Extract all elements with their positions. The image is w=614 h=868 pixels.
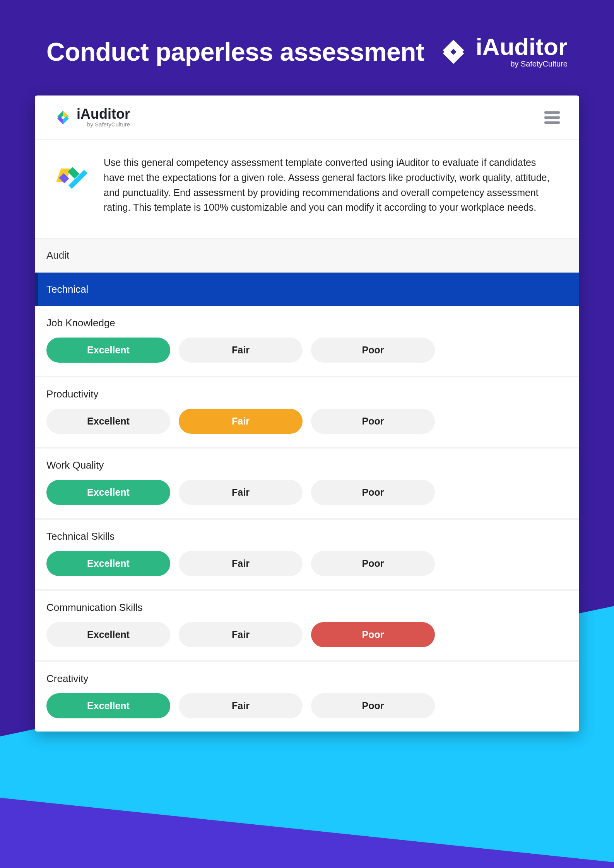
option-fair[interactable]: Fair xyxy=(179,693,303,718)
hero-banner: Conduct paperless assessment iAuditor by… xyxy=(35,35,579,68)
question-row: CreativityExcellentFairPoor xyxy=(35,660,579,732)
question-row: Communication SkillsExcellentFairPoor xyxy=(35,589,579,660)
hero-logo: iAuditor by SafetyCulture xyxy=(438,35,568,68)
question-row: ProductivityExcellentFairPoor xyxy=(35,376,579,447)
question-label: Technical Skills xyxy=(46,530,568,542)
option-fair[interactable]: Fair xyxy=(179,622,303,647)
question-row: Technical SkillsExcellentFairPoor xyxy=(35,518,579,589)
option-fair[interactable]: Fair xyxy=(179,480,303,505)
options-row: ExcellentFairPoor xyxy=(46,480,568,505)
app-logo: iAuditor by SafetyCulture xyxy=(54,107,130,128)
option-poor[interactable]: Poor xyxy=(311,622,435,647)
options-row: ExcellentFairPoor xyxy=(46,409,568,434)
option-fair[interactable]: Fair xyxy=(179,338,303,363)
question-label: Productivity xyxy=(46,388,568,400)
iauditor-logo-icon xyxy=(438,37,469,67)
hamburger-icon xyxy=(544,111,560,114)
section-technical[interactable]: Technical xyxy=(35,273,579,306)
option-poor[interactable]: Poor xyxy=(311,409,435,434)
app-brand-sub: by SafetyCulture xyxy=(77,121,130,128)
option-excellent[interactable]: Excellent xyxy=(46,480,170,505)
template-icon xyxy=(54,159,88,215)
option-fair[interactable]: Fair xyxy=(179,551,303,576)
option-poor[interactable]: Poor xyxy=(311,338,435,363)
hero-title: Conduct paperless assessment xyxy=(46,37,424,67)
hero-brand: iAuditor xyxy=(475,35,568,59)
option-fair[interactable]: Fair xyxy=(179,409,303,434)
question-label: Job Knowledge xyxy=(46,317,568,329)
option-excellent[interactable]: Excellent xyxy=(46,551,170,576)
app-header: iAuditor by SafetyCulture xyxy=(35,95,579,140)
template-description: Use this general competency assessment t… xyxy=(104,155,556,215)
question-label: Creativity xyxy=(46,673,568,685)
option-excellent[interactable]: Excellent xyxy=(46,622,170,647)
question-row: Work QualityExcellentFairPoor xyxy=(35,447,579,518)
options-row: ExcellentFairPoor xyxy=(46,551,568,576)
option-poor[interactable]: Poor xyxy=(311,480,435,505)
app-window: iAuditor by SafetyCulture Use this gener xyxy=(35,95,579,732)
option-excellent[interactable]: Excellent xyxy=(46,409,170,434)
options-row: ExcellentFairPoor xyxy=(46,338,568,363)
section-audit[interactable]: Audit xyxy=(35,239,579,273)
app-brand: iAuditor xyxy=(77,107,130,121)
option-excellent[interactable]: Excellent xyxy=(46,693,170,718)
hero-brand-sub: by SafetyCulture xyxy=(475,60,568,68)
question-row: Job KnowledgeExcellentFairPoor xyxy=(35,306,579,376)
option-excellent[interactable]: Excellent xyxy=(46,338,170,363)
question-label: Communication Skills xyxy=(46,602,568,614)
question-label: Work Quality xyxy=(46,459,568,471)
options-row: ExcellentFairPoor xyxy=(46,622,568,647)
options-row: ExcellentFairPoor xyxy=(46,693,568,718)
template-intro: Use this general competency assessment t… xyxy=(35,140,579,239)
menu-button[interactable] xyxy=(544,111,560,124)
option-poor[interactable]: Poor xyxy=(311,693,435,718)
iauditor-logo-icon xyxy=(54,109,72,126)
option-poor[interactable]: Poor xyxy=(311,551,435,576)
